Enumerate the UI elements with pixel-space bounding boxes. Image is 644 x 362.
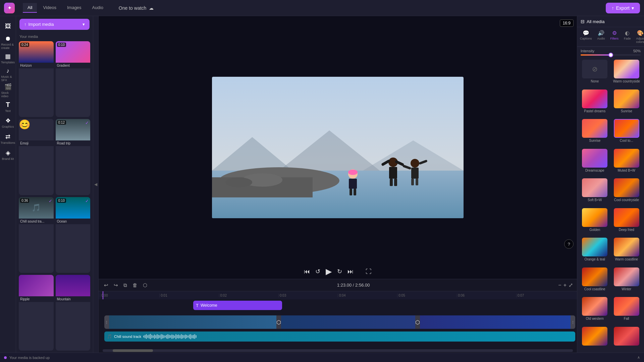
filter-warm-countryside[interactable]: Warm countryside [612, 60, 642, 87]
timeline-ruler: 0:00 0:01 0:02 0:03 0:04 0:05 0:06 0:07 [99, 291, 577, 299]
delete-button[interactable]: 🗑 [131, 282, 139, 289]
sidebar-item-brand[interactable]: ◈ Brand kit [1, 147, 15, 162]
export-button[interactable]: ↑ Export ▾ [606, 3, 640, 13]
fullscreen-button[interactable]: ⛶ [366, 268, 372, 275]
forward-button[interactable]: ↻ [337, 268, 342, 275]
import-button[interactable]: ↑ Import media ▾ [19, 19, 90, 30]
more-button[interactable]: ⬡ [142, 282, 149, 289]
nav-tab-images[interactable]: Images [62, 3, 86, 13]
sidebar-item-graphics[interactable]: ❖ Graphics [1, 115, 15, 130]
list-item[interactable]: 🎵 0:36 ✓ Chill sound tra... [19, 197, 54, 273]
filter-more-2[interactable] [612, 327, 642, 351]
sidebar-item-media[interactable]: 🖼 [1, 19, 15, 34]
filter-cool-coastline[interactable]: Cool coastline [580, 267, 610, 295]
filter-sunrise-2[interactable]: Sunrise [580, 119, 610, 147]
list-item[interactable]: 😊 Emoji [19, 119, 54, 195]
filter-deep-fried[interactable]: Deep fried [612, 208, 642, 236]
timeline-marker[interactable] [103, 291, 103, 299]
intensity-handle[interactable] [608, 53, 613, 57]
sidebar-item-templates[interactable]: ▦ Templates [1, 51, 15, 66]
sidebar-item-text[interactable]: T Text [1, 99, 15, 114]
filter-none[interactable]: ⊘ None [580, 60, 610, 87]
filter-warm-coastline[interactable]: Warm coastline [612, 238, 642, 265]
list-item[interactable]: 0:10 ✓ Ocean [56, 197, 91, 273]
tab-adjust[interactable]: 🎨 Adjust colors [634, 28, 644, 45]
list-item[interactable]: Mountain [56, 275, 91, 351]
svg-rect-23 [416, 179, 418, 185]
timeline-scrollbar[interactable] [103, 349, 573, 352]
filter-dreamscape[interactable]: Dreamscape [580, 149, 610, 177]
audio-track-row: 🎵 Chill sound track [103, 331, 577, 343]
filter-orange-teal[interactable]: Orange & teal [580, 238, 610, 265]
intensity-slider[interactable] [581, 54, 641, 56]
video-segment-3[interactable] [420, 315, 571, 329]
filter-more-1[interactable] [580, 327, 610, 351]
nav-tab-all[interactable]: All [23, 3, 37, 13]
svg-rect-19 [394, 179, 397, 186]
filter-pastel-dreams[interactable]: Pastel dreams [580, 89, 610, 117]
timeline: ↩ ↪ ⧉ 🗑 ⬡ 1:23.00 / 2:56.00 − + ⤢ [99, 279, 577, 353]
sidebar-item-transitions[interactable]: ⇄ Transitions [1, 131, 15, 146]
video-cut-point[interactable]: ⬡ [276, 315, 281, 329]
ruler-ticks: 0:00 0:01 0:02 0:03 0:04 0:05 0:06 0:07 [100, 294, 576, 297]
timeline-time: 1:23.00 / 2:56.00 [337, 283, 370, 288]
ruler-tick: 0:07 [516, 294, 576, 297]
list-item[interactable]: 0:10 Gradient [56, 41, 91, 117]
svg-rect-15 [389, 167, 397, 179]
list-item[interactable]: 0:12 ✓ Road trip [56, 119, 91, 195]
video-handle-left[interactable]: ⋮ [104, 315, 109, 329]
sidebar-item-music[interactable]: ♪ Music & SFX [1, 67, 15, 82]
skip-back-button[interactable]: ⏮ [304, 268, 310, 275]
scrollbar-thumb[interactable] [113, 349, 153, 352]
filter-golden[interactable]: Golden [580, 208, 610, 236]
nav-tab-audio[interactable]: Audio [88, 3, 108, 13]
audio-track[interactable]: 🎵 Chill sound track [104, 331, 575, 342]
tab-fade[interactable]: ◐ Fade [621, 28, 634, 45]
text-icon: T [6, 101, 10, 109]
timeline-tracks: T Welcome ⋮ ⬡ ⬡ ⋮ [99, 299, 577, 349]
copy-button[interactable]: ⧉ [122, 282, 128, 289]
status-bar: Your media is backed up ∧ [0, 353, 644, 362]
nav-tab-videos[interactable]: Videos [38, 3, 61, 13]
filter-cool-to[interactable]: Cool to... [612, 119, 642, 147]
skip-forward-button[interactable]: ⏭ [347, 268, 354, 275]
filter-sunrise[interactable]: Sunrise [612, 89, 642, 117]
transitions-icon: ⇄ [5, 133, 10, 140]
filter-fall[interactable]: Fall [612, 297, 642, 325]
list-item[interactable]: 0:24 Horizon [19, 41, 54, 117]
text-track[interactable]: T Welcome [193, 301, 282, 310]
intensity-section: Intensity 50% [577, 47, 644, 58]
video-segment-1[interactable] [109, 315, 276, 329]
audio-waveform [143, 334, 573, 339]
list-item[interactable]: Ripple [19, 275, 54, 351]
text-track-label: Welcome [201, 303, 217, 308]
filter-old-western[interactable]: Old western [580, 297, 610, 325]
status-dot [4, 356, 7, 359]
graphics-icon: ❖ [5, 117, 11, 124]
tab-audio[interactable]: 🔊 Audio [595, 28, 608, 45]
tab-filters[interactable]: ⚙ Filters [608, 28, 622, 45]
help-button[interactable]: ? [564, 239, 574, 249]
video-cut-point-2[interactable]: ⬡ [415, 315, 420, 329]
tab-captions[interactable]: 💬 Captions [577, 28, 595, 45]
filter-winter[interactable]: Winter [612, 267, 642, 295]
sidebar-item-stock[interactable]: 🎬 Stock video [1, 83, 15, 98]
video-segment-2[interactable] [281, 315, 415, 329]
status-chevron-button[interactable]: ∧ [637, 355, 640, 360]
collapse-panel-button[interactable]: ◀ [93, 16, 99, 353]
rewind-button[interactable]: ↺ [315, 268, 320, 275]
fit-button[interactable]: ⤢ [569, 282, 573, 288]
video-handle-right[interactable]: ⋮ [571, 315, 575, 329]
preview-frame [212, 77, 464, 218]
undo-button[interactable]: ↩ [103, 282, 110, 289]
sidebar-item-record[interactable]: ⏺ Record & create [1, 35, 15, 50]
redo-button[interactable]: ↪ [112, 282, 119, 289]
filter-muted-bw[interactable]: Muted B+W [612, 149, 642, 177]
play-button[interactable]: ▶ [326, 267, 332, 276]
filter-soft-bw[interactable]: Soft B+W [580, 178, 610, 206]
video-track[interactable]: ⋮ ⬡ ⬡ ⋮ [104, 315, 575, 329]
ruler-tick: 0:06 [457, 294, 516, 297]
zoom-out-button[interactable]: − [558, 282, 561, 288]
filter-cool-countryside[interactable]: Cool countryside [612, 178, 642, 206]
zoom-in-button[interactable]: + [564, 282, 567, 288]
